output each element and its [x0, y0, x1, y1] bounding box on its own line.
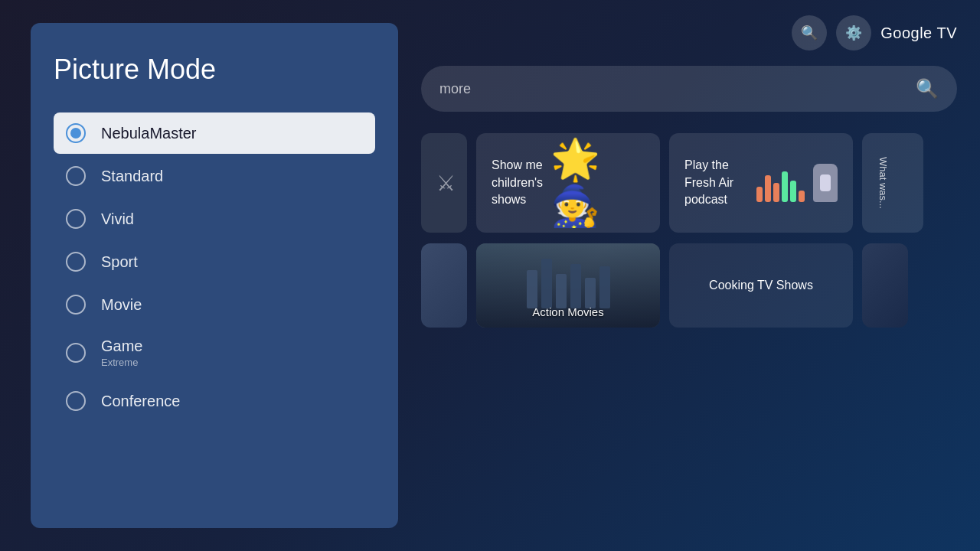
content-cards-row: Action Movies Cooking TV Shows: [421, 243, 957, 328]
game-label-group: Game Extreme: [101, 337, 142, 368]
radio-conference: [66, 391, 86, 411]
menu-item-standard[interactable]: Standard: [54, 155, 375, 197]
menu-item-game[interactable]: Game Extreme: [54, 327, 375, 379]
childrens-text: Show me children's shows: [492, 157, 543, 208]
suggestion-card-podcast[interactable]: Play the Fresh Air podcast: [669, 133, 853, 233]
content-card-cooking[interactable]: Cooking TV Shows: [669, 243, 853, 328]
settings-button[interactable]: ⚙️: [836, 15, 871, 51]
label-conference: Conference: [101, 393, 180, 410]
content-card-partial-right[interactable]: [862, 243, 908, 328]
action-movies-label: Action Movies: [476, 305, 660, 318]
radio-standard: [66, 166, 86, 186]
label-movie: Movie: [101, 296, 142, 314]
search-bar[interactable]: more 🔍: [421, 66, 957, 112]
suggestion-card-partial-right[interactable]: What was...: [862, 133, 923, 233]
menu-item-conference[interactable]: Conference: [54, 380, 375, 422]
suggestion-card-partial-left[interactable]: ⚔: [421, 133, 467, 233]
menu-item-sport[interactable]: Sport: [54, 241, 375, 282]
label-vivid: Vivid: [101, 210, 134, 228]
radio-sport: [66, 252, 86, 272]
menu-item-nebula[interactable]: NebulaMaster: [54, 112, 375, 154]
search-icon: 🔍: [801, 24, 818, 41]
radio-game: [66, 343, 86, 363]
action-movies-bg: Action Movies: [476, 243, 660, 328]
main-content-area: 🔍 ⚙️ Google TV more 🔍 ⚔ Show me children…: [398, 0, 980, 551]
search-bar-icon: 🔍: [916, 78, 939, 99]
brand-label: Google TV: [880, 24, 957, 42]
radio-movie: [66, 295, 86, 315]
search-button[interactable]: 🔍: [792, 15, 827, 51]
search-placeholder: more: [439, 81, 471, 97]
label-nebula: NebulaMaster: [101, 125, 197, 142]
panel-title: Picture Mode: [54, 54, 375, 86]
menu-item-vivid[interactable]: Vivid: [54, 198, 375, 240]
label-game: Game: [101, 337, 142, 355]
menu-item-movie[interactable]: Movie: [54, 284, 375, 325]
partial-left-icon: ⚔: [436, 171, 456, 196]
radio-nebula-inner: [70, 128, 81, 139]
childrens-emoji: 🌟🧙: [550, 136, 645, 230]
settings-icon: ⚙️: [845, 24, 862, 41]
suggestion-card-childrens[interactable]: Show me children's shows 🌟🧙: [476, 133, 660, 233]
radio-vivid: [66, 209, 86, 229]
cooking-label: Cooking TV Shows: [694, 263, 828, 308]
partial-right-text: What was...: [877, 157, 889, 209]
podcast-text: Play the Fresh Air podcast: [684, 157, 743, 208]
top-bar: 🔍 ⚙️ Google TV: [421, 15, 957, 51]
radio-nebula: [66, 123, 86, 143]
label-sport: Sport: [101, 253, 138, 271]
content-card-partial-left[interactable]: [421, 243, 467, 328]
label-game-sub: Extreme: [101, 357, 142, 368]
picture-mode-panel: Picture Mode NebulaMaster Standard Vivid…: [31, 23, 398, 528]
suggestions-row: ⚔ Show me children's shows 🌟🧙 Play the F…: [421, 133, 957, 233]
label-standard: Standard: [101, 168, 163, 185]
podcast-icon: [750, 164, 838, 202]
content-card-action-movies[interactable]: Action Movies: [476, 243, 660, 328]
